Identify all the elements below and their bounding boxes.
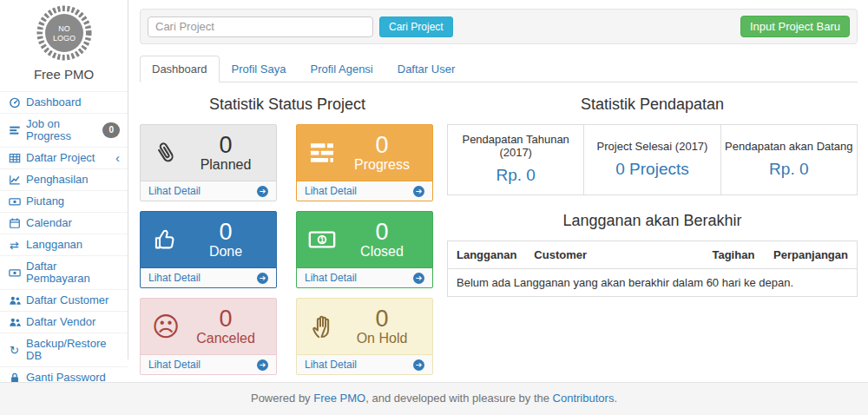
empty-subscriptions-message: Belum ada Langganan yang akan berakhir d… — [448, 269, 858, 297]
status-card-closed: 1 0 Closed Lihat Detail ➔ — [296, 211, 433, 288]
card-status-label: Closed — [339, 244, 424, 260]
sidebar-item-calendar[interactable]: Calendar — [0, 212, 128, 234]
stat-cell-pendapatan-akan-datang: Pendapatan akan Datang Rp. 0 — [720, 125, 857, 195]
card-body: 0 Progress — [297, 125, 432, 181]
tab-dashboard[interactable]: Dashboard — [140, 56, 220, 82]
lihat-detail-label: Lihat Detail — [305, 272, 357, 284]
sidebar-item-daftar-project[interactable]: Daftar Project ‹ — [0, 147, 128, 168]
calendar-icon — [8, 217, 21, 229]
stat-value[interactable]: Rp. 0 — [725, 160, 853, 179]
contributors-link[interactable]: Contributors — [553, 392, 615, 405]
sidebar-item-piutang[interactable]: Piutang — [0, 190, 128, 212]
page-footer: Powered by Free PMO, and developed with … — [0, 382, 868, 415]
income-section-title: Statistik Pendapatan — [447, 96, 858, 114]
tasks-icon — [8, 124, 21, 136]
tab-profil-agensi[interactable]: Profil Agensi — [298, 56, 385, 82]
card-status-label: Planned — [183, 157, 268, 173]
stat-value[interactable]: 0 Projects — [588, 160, 716, 179]
thumbs-up-icon — [148, 227, 183, 252]
card-count: 0 — [339, 133, 424, 157]
arrow-circle-right-icon: ➔ — [413, 359, 424, 371]
sidebar-item-label: Daftar Customer — [26, 294, 108, 306]
stat-cell-pendapatan-tahunan: Pendapatan Tahunan (2017) Rp. 0 — [448, 125, 584, 195]
lihat-detail-label: Lihat Detail — [148, 185, 201, 197]
lihat-detail-link[interactable]: Lihat Detail ➔ — [297, 267, 432, 287]
tab-daftar-user[interactable]: Daftar User — [385, 56, 467, 82]
stat-value[interactable]: Rp. 0 — [451, 166, 580, 185]
table-row: Belum ada Langganan yang akan berakhir d… — [448, 269, 858, 297]
retweet-icon: ⇄ — [8, 240, 21, 251]
sidebar-item-daftar-pembayaran[interactable]: Daftar Pembayaran — [0, 255, 128, 289]
chevron-left-icon: ‹ — [115, 154, 120, 162]
status-section-title: Statistik Status Project — [140, 96, 435, 114]
sidebar-item-penghasilan[interactable]: Penghasilan — [0, 168, 128, 190]
card-status-label: Canceled — [183, 331, 268, 346]
card-count: 0 — [339, 306, 424, 331]
lihat-detail-label: Lihat Detail — [148, 359, 201, 371]
frown-icon: ☹ — [148, 313, 183, 340]
users-icon — [8, 294, 21, 306]
sidebar-item-langganan[interactable]: ⇄ Langganan — [0, 234, 128, 255]
lihat-detail-link[interactable]: Lihat Detail ➔ — [297, 354, 432, 374]
sidebar-item-daftar-customer[interactable]: Daftar Customer — [0, 289, 128, 311]
status-card-done: 0 Done Lihat Detail ➔ — [140, 211, 277, 288]
app-window: NO LOGO Free PMO Dashboard Job on Progre… — [0, 0, 868, 415]
card-body: 0 Done — [141, 212, 276, 267]
card-status-label: On Hold — [339, 331, 424, 346]
money-icon: 1 — [305, 229, 339, 250]
sidebar-item-backup-restore-db[interactable]: ↻ Backup/Restore DB — [0, 333, 128, 366]
sidebar-item-label: Daftar Vendor — [26, 316, 95, 328]
table-icon — [8, 152, 21, 164]
money-icon — [8, 267, 21, 279]
footer-text: , and developed with pleasure by the — [365, 392, 552, 405]
column-header-customer: Customer — [525, 241, 703, 269]
card-status-label: Progress — [339, 157, 424, 173]
line-chart-icon — [8, 174, 21, 186]
status-card-planned: 0 Planned Lihat Detail ➔ — [140, 124, 277, 201]
tab-bar: Dashboard Profil Saya Profil Agensi Daft… — [140, 56, 858, 82]
arrow-circle-right-icon: ➔ — [257, 359, 268, 371]
main-content: Cari Project Input Project Baru Dashboar… — [129, 0, 868, 375]
sidebar-item-label: Daftar Pembayaran — [26, 260, 120, 285]
hand-icon — [305, 314, 339, 339]
subscription-table: Langganan Customer Tagihan Perpanjangan … — [447, 240, 858, 297]
card-body: 0 Planned — [141, 125, 276, 181]
svg-text:1: 1 — [320, 235, 325, 244]
lihat-detail-link[interactable]: Lihat Detail ➔ — [141, 354, 276, 374]
income-stats-table: Pendapatan Tahunan (2017) Rp. 0 Project … — [447, 124, 858, 195]
sidebar-item-label: Job on Progress — [26, 118, 97, 142]
status-card-on-hold: 0 On Hold Lihat Detail ➔ — [296, 298, 433, 375]
lihat-detail-link[interactable]: Lihat Detail ➔ — [297, 181, 432, 201]
arrow-circle-right-icon: ➔ — [413, 186, 424, 197]
column-header-langganan: Langganan — [448, 241, 526, 269]
input-project-baru-button[interactable]: Input Project Baru — [740, 16, 850, 37]
paperclip-icon — [148, 139, 183, 167]
sidebar-item-job-on-progress[interactable]: Job on Progress 0 — [0, 113, 128, 147]
card-body: 0 On Hold — [297, 299, 432, 354]
tab-profil-saya[interactable]: Profil Saya — [220, 56, 299, 82]
arrow-circle-right-icon: ➔ — [257, 273, 268, 284]
search-bar: Cari Project Input Project Baru — [140, 9, 858, 44]
sidebar-item-label: Daftar Project — [26, 152, 95, 164]
dashboard-icon — [8, 96, 21, 109]
no-logo-seal-icon: NO LOGO — [36, 5, 92, 61]
refresh-icon: ↻ — [8, 345, 21, 356]
column-header-perpanjangan: Perpanjangan — [765, 241, 857, 269]
card-body: 1 0 Closed — [297, 212, 432, 267]
sidebar-item-daftar-vendor[interactable]: Daftar Vendor — [0, 311, 128, 333]
search-input[interactable] — [148, 16, 373, 37]
money-icon — [8, 195, 21, 208]
logo-text-line2: LOGO — [52, 34, 75, 43]
lihat-detail-link[interactable]: Lihat Detail ➔ — [141, 181, 276, 201]
sidebar-item-label: Langganan — [26, 239, 82, 251]
card-body: ☹ 0 Canceled — [141, 299, 276, 354]
stat-cell-project-selesai: Project Selesai (2017) 0 Projects — [584, 125, 720, 195]
search-button[interactable]: Cari Project — [379, 16, 453, 37]
stat-label: Pendapatan akan Datang — [725, 140, 853, 153]
sidebar-item-dashboard[interactable]: Dashboard — [0, 91, 128, 113]
sidebar-item-label: Dashboard — [26, 96, 82, 109]
count-badge: 0 — [102, 122, 120, 138]
lihat-detail-link[interactable]: Lihat Detail ➔ — [141, 267, 276, 287]
footer-text: Powered by — [251, 392, 313, 405]
free-pmo-link[interactable]: Free PMO — [313, 392, 365, 405]
